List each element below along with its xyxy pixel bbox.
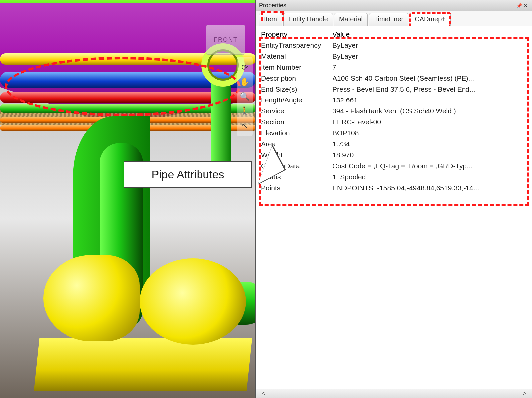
prop-val: ByLayer [332, 40, 526, 51]
select-icon: ↖ [241, 121, 248, 130]
app-root: FRONT ⟳ ✋ 🔍 🚶 ↖ Pipe Attributes Properti… [0, 0, 532, 398]
prop-key: End Size(s) [261, 84, 332, 95]
panel-body: Item Entity Handle Material TimeLiner CA… [256, 11, 532, 398]
zoom-tool[interactable]: 🔍 [238, 90, 251, 103]
tab-entity-handle[interactable]: Entity Handle [283, 13, 333, 26]
prop-val: 1.734 [332, 138, 526, 149]
pan-tool[interactable]: ✋ [238, 75, 251, 89]
header-value: Value [332, 29, 526, 40]
prop-val: 18.970 [332, 149, 526, 160]
table-row[interactable]: End Size(s)Press - Bevel End 37.5 6, Pre… [261, 84, 526, 95]
tab-timeliner-label: TimeLiner [374, 15, 403, 23]
callout-label: Pipe Attributes [151, 168, 224, 181]
panel-titlebar[interactable]: Properties 📌 ✕ [256, 0, 532, 11]
prop-key: Item Number [261, 62, 332, 73]
table-row[interactable]: DescriptionA106 Sch 40 Carbon Steel (Sea… [261, 73, 526, 84]
pan-icon: ✋ [240, 77, 250, 87]
orbit-icon: ⟳ [241, 63, 248, 72]
table-row[interactable]: Status 1: Spooled [261, 171, 526, 182]
viewcube-face-label: FRONT [214, 36, 238, 43]
prop-val: Cost Code = ,EQ-Tag = ,Room = ,GRD-Typ..… [332, 160, 526, 171]
valve-stem [211, 83, 231, 170]
navigation-bar: ⟳ ✋ 🔍 🚶 ↖ [237, 57, 253, 136]
table-row[interactable]: ElevationBOP108 [261, 127, 526, 138]
prop-val: EERC-Level-00 [332, 116, 526, 127]
pump-volute [140, 258, 246, 345]
tab-entity-handle-label: Entity Handle [288, 15, 328, 23]
prop-key: Service [261, 105, 332, 116]
prop-val: ENDPOINTS: -1585.04,-4948.84,6519.33;-14… [332, 182, 526, 193]
table-row[interactable]: SectionEERC-Level-00 [261, 116, 526, 127]
tab-cadmep[interactable]: CADmep+ [410, 13, 451, 26]
panel-title: Properties [259, 2, 286, 9]
viewcube[interactable]: FRONT [206, 25, 245, 55]
prop-val: BOP108 [332, 127, 526, 138]
tab-timeliner[interactable]: TimeLiner [369, 13, 408, 26]
tab-material[interactable]: Material [334, 13, 368, 26]
select-tool[interactable]: ↖ [238, 119, 251, 132]
table-row[interactable]: MaterialByLayer [261, 51, 526, 62]
prop-val: 1: Spooled [332, 171, 526, 182]
tab-item-label: Item [264, 15, 277, 23]
property-header-row: Property Value [261, 29, 526, 40]
pump-baseplate [34, 338, 252, 391]
prop-key: Description [261, 73, 332, 84]
prop-val: 7 [332, 62, 526, 73]
orbit-tool[interactable]: ⟳ [238, 61, 251, 74]
scroll-right-icon[interactable]: > [521, 390, 528, 397]
table-row[interactable]: Item Number7 [261, 62, 526, 73]
walk-tool[interactable]: 🚶 [238, 104, 251, 118]
table-row[interactable]: Area1.734 [261, 138, 526, 149]
walk-icon: 🚶 [240, 106, 250, 116]
table-row[interactable]: PointsENDPOINTS: -1585.04,-4948.84,6519.… [261, 182, 526, 193]
prop-val: ByLayer [332, 51, 526, 62]
close-icon[interactable]: ✕ [522, 3, 529, 8]
property-grid: Property Value EntityTransparencyByLayer… [256, 26, 532, 196]
table-row[interactable]: CustomDataCost Code = ,EQ-Tag = ,Room = … [261, 160, 526, 171]
prop-val: 394 - FlashTank Vent (CS Sch40 Weld ) [332, 105, 526, 116]
properties-panel: Properties 📌 ✕ Item Entity Handle Materi… [256, 0, 532, 398]
prop-key: Points [261, 182, 332, 193]
table-row[interactable]: EntityTransparencyByLayer [261, 40, 526, 51]
callout-box: Pipe Attributes [124, 161, 252, 188]
model-viewport[interactable]: FRONT ⟳ ✋ 🔍 🚶 ↖ [0, 0, 256, 398]
header-property: Property [261, 29, 332, 40]
horizontal-scrollbar[interactable]: < > [256, 389, 532, 398]
prop-key: Section [261, 116, 332, 127]
pump-motor [43, 255, 140, 341]
table-row[interactable]: Weight18.970 [261, 149, 526, 160]
prop-key: Material [261, 51, 332, 62]
tab-strip: Item Entity Handle Material TimeLiner CA… [256, 11, 532, 26]
prop-key: EntityTransparency [261, 40, 332, 51]
prop-val: Press - Bevel End 37.5 6, Press - Bevel … [332, 84, 526, 95]
tab-material-label: Material [339, 15, 363, 23]
tab-item[interactable]: Item [259, 13, 282, 26]
tab-cadmep-label: CADmep+ [415, 15, 446, 23]
scroll-left-icon[interactable]: < [260, 390, 267, 397]
prop-val: 132.661 [332, 95, 526, 105]
prop-key: Elevation [261, 127, 332, 138]
prop-key: Length/Angle [261, 95, 332, 105]
table-row[interactable]: Length/Angle132.661 [261, 95, 526, 105]
table-row[interactable]: Service394 - FlashTank Vent (CS Sch40 We… [261, 105, 526, 116]
prop-val: A106 Sch 40 Carbon Steel (Seamless) (PE)… [332, 73, 526, 84]
zoom-icon: 🔍 [240, 92, 250, 101]
pin-icon[interactable]: 📌 [516, 3, 522, 8]
